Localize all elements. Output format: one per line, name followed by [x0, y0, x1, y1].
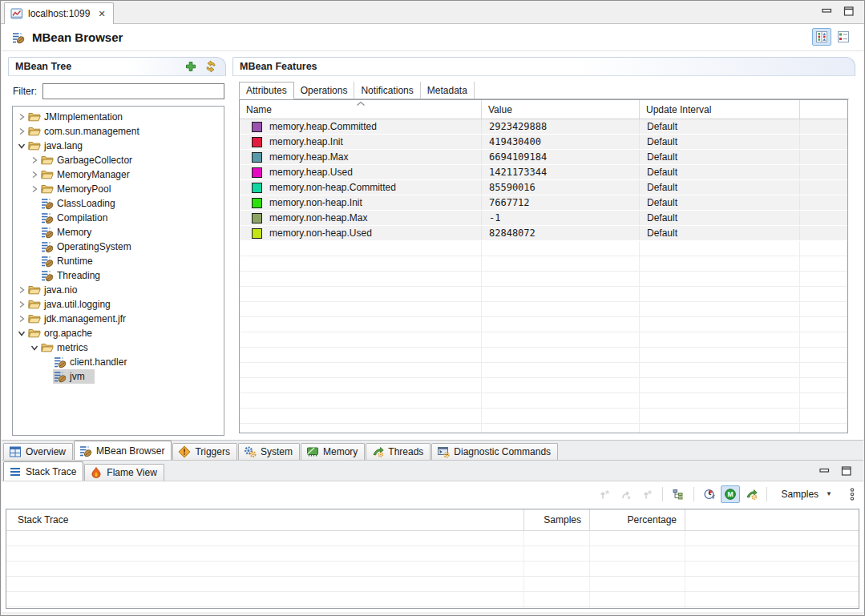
stacked-layout-icon[interactable]	[834, 28, 853, 46]
tree-item-com-sun-management[interactable]: com.sun.management	[13, 124, 224, 139]
empty-row	[240, 363, 847, 378]
column-header-percentage[interactable]: Percentage	[590, 509, 685, 530]
page-tab-label: Memory	[323, 446, 358, 457]
attribute-row[interactable]: memory.non-heap.Max-1Default	[240, 211, 847, 226]
tab-metadata[interactable]: Metadata	[421, 82, 475, 99]
tab-attributes[interactable]: Attributes	[239, 82, 294, 99]
attribute-row[interactable]: memory.heap.Committed2923429888Default	[240, 119, 847, 135]
method-profiling-icon[interactable]: M	[721, 485, 740, 503]
page-tab-overview[interactable]: Overview	[3, 443, 73, 460]
thread-root-icon[interactable]	[742, 485, 761, 503]
toolbar-separator	[662, 487, 663, 501]
chevron-spacer	[29, 242, 40, 252]
view-menu-icon[interactable]	[846, 485, 859, 503]
empty-row	[240, 287, 847, 302]
tree-item-memory[interactable]: Memory	[13, 225, 224, 240]
previous-frame-icon[interactable]	[596, 485, 615, 503]
tree-item-memorypool[interactable]: MemoryPool	[13, 182, 224, 196]
chevron-spacer	[29, 256, 40, 266]
page-tab-triggers[interactable]: Triggers	[172, 443, 237, 460]
column-header-stack-trace[interactable]: Stack Trace	[6, 509, 524, 530]
tree-item-compilation[interactable]: Compilation	[13, 211, 224, 225]
maximize-icon[interactable]	[843, 6, 855, 16]
editor-tab-localhost[interactable]: localhost:1099 ✕	[4, 2, 114, 24]
series-color-swatch	[252, 122, 262, 132]
chevron-right-icon[interactable]	[16, 285, 27, 295]
tree-item-threading[interactable]: Threading	[13, 268, 224, 283]
mbean-features-header: MBean Features	[232, 57, 855, 76]
page-tab-memory[interactable]: Memory	[301, 443, 365, 460]
tree-item-java-util-logging[interactable]: java.util.logging	[13, 297, 224, 312]
chevron-right-icon[interactable]	[16, 300, 27, 309]
folder-icon	[41, 183, 54, 195]
tree-item-org-apache[interactable]: org.apache	[13, 326, 224, 340]
chevron-right-icon[interactable]	[16, 314, 27, 324]
filter-input[interactable]	[42, 83, 224, 99]
stack-tab-label: Flame View	[107, 467, 156, 478]
tree-item-operatingsystem[interactable]: OperatingSystem	[13, 240, 224, 254]
chevron-right-icon[interactable]	[29, 170, 40, 179]
chevron-right-icon[interactable]	[16, 127, 27, 136]
attribute-row[interactable]: memory.non-heap.Used82848072Default	[240, 226, 847, 241]
mbean-icon	[41, 269, 54, 282]
chevron-down-icon[interactable]	[16, 141, 27, 151]
column-header-samples[interactable]: Samples	[524, 509, 590, 530]
chevron-right-icon[interactable]	[29, 155, 40, 165]
page-tab-threads[interactable]: Threads	[366, 443, 430, 460]
empty-row	[240, 272, 847, 287]
tree-item-java-nio[interactable]: java.nio	[13, 283, 224, 297]
tree-item-jvm[interactable]: jvm	[13, 369, 224, 384]
tree-view-icon[interactable]	[669, 485, 688, 503]
attributes-table-header: Name Value Update Interval	[240, 100, 847, 119]
attribute-row[interactable]: memory.non-heap.Committed85590016Default	[240, 180, 847, 195]
feature-tabs: AttributesOperationsNotificationsMetadat…	[239, 82, 849, 99]
stack-tab-flame-view[interactable]: Flame View	[84, 464, 164, 481]
minimize-icon[interactable]	[819, 466, 831, 476]
tree-item-garbagecollector[interactable]: GarbageCollector	[13, 153, 224, 167]
page-tab-mbean-browser[interactable]: MBean Browser	[74, 441, 172, 460]
tree-item-memorymanager[interactable]: MemoryManager	[13, 167, 224, 182]
attribute-name: memory.heap.Max	[269, 151, 348, 163]
tree-item-content: java.util.logging	[27, 297, 120, 312]
attribute-row[interactable]: memory.heap.Init419430400Default	[240, 135, 847, 150]
tree-item-metrics[interactable]: metrics	[13, 340, 224, 355]
next-frame-icon[interactable]	[637, 485, 657, 503]
tree-item-content: jdk.management.jfr	[27, 312, 135, 326]
tree-item-classloading[interactable]: ClassLoading	[13, 196, 224, 211]
tree-item-jmimplementation[interactable]: JMImplementation	[13, 110, 224, 124]
stack-tab-stack-trace[interactable]: Stack Trace	[3, 461, 83, 481]
page-tab-system[interactable]: System	[238, 443, 300, 460]
tab-notifications[interactable]: Notifications	[354, 82, 420, 99]
samples-dropdown[interactable]: Samples ▼	[773, 485, 840, 503]
system-icon	[244, 445, 257, 458]
minimize-icon[interactable]	[822, 6, 833, 16]
maximize-icon[interactable]	[841, 466, 852, 476]
tree-item-runtime[interactable]: Runtime	[13, 254, 224, 268]
close-icon[interactable]: ✕	[98, 9, 105, 19]
navigate-frame-icon[interactable]	[616, 485, 636, 503]
tree-item-client-handler[interactable]: client.handler	[13, 355, 224, 369]
tree-item-jdk-management-jfr[interactable]: jdk.management.jfr	[13, 312, 224, 326]
folder-icon	[41, 154, 54, 167]
refresh-tree-icon[interactable]	[203, 58, 219, 74]
tree-item-label: OperatingSystem	[57, 241, 131, 252]
chevron-down-icon[interactable]	[29, 343, 40, 352]
page-tab-diagnostic-commands[interactable]: Diagnostic Commands	[431, 443, 558, 460]
add-mbean-icon[interactable]	[183, 58, 199, 74]
column-header-name[interactable]: Name	[240, 100, 482, 119]
tab-operations[interactable]: Operations	[294, 82, 355, 99]
tree-item-java-lang[interactable]: java.lang	[13, 139, 224, 153]
clock-grouping-icon[interactable]	[700, 485, 719, 503]
mbean-icon	[79, 445, 92, 457]
chevron-right-icon[interactable]	[29, 184, 40, 194]
column-header-value[interactable]: Value	[482, 100, 640, 119]
attribute-row[interactable]: memory.heap.Used1421173344Default	[240, 165, 847, 180]
column-header-update-interval[interactable]: Update Interval	[640, 100, 800, 119]
chevron-right-icon[interactable]	[16, 112, 27, 122]
attribute-name: memory.heap.Init	[269, 136, 343, 147]
chevron-down-icon[interactable]	[16, 328, 27, 338]
mbean-tree-header: MBean Tree	[8, 57, 226, 76]
vertical-layout-icon[interactable]	[812, 28, 831, 46]
attribute-row[interactable]: memory.heap.Max6694109184Default	[240, 150, 847, 165]
attribute-row[interactable]: memory.non-heap.Init7667712Default	[240, 195, 847, 211]
